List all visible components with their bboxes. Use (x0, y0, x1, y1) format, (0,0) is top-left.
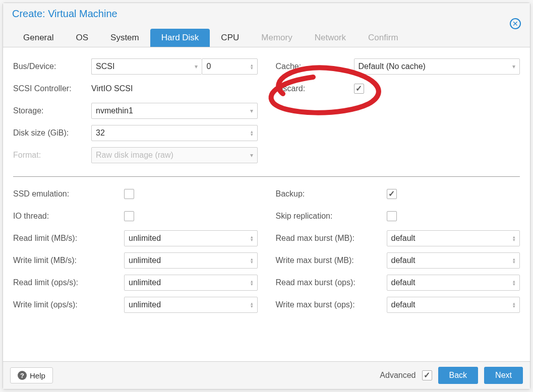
io-thread-checkbox[interactable] (124, 211, 134, 221)
device-value: 0 (206, 62, 211, 71)
tab-network: Network (304, 29, 357, 47)
window-title: Create: Virtual Machine (12, 8, 521, 20)
read-max-burst-ops-value: default (391, 278, 416, 287)
back-button[interactable]: Back (438, 367, 479, 384)
write-limit-mbs-input[interactable]: unlimited ▴▾ (124, 252, 258, 269)
cache-select[interactable]: Default (No cache) ▾ (354, 58, 520, 75)
divider (13, 176, 520, 177)
write-max-burst-mb-label: Write max burst (MB): (276, 256, 387, 265)
cache-row: Cache: Default (No cache) ▾ (276, 58, 520, 75)
backup-checkbox[interactable] (387, 189, 397, 199)
backup-label: Backup: (276, 189, 387, 199)
bottom-right-column: Backup: Skip replication: Read max burst… (276, 186, 520, 319)
chevron-down-icon: ▾ (250, 108, 253, 114)
bus-value: SCSI (96, 62, 114, 71)
read-limit-mbs-input[interactable]: unlimited ▴▾ (124, 230, 258, 246)
storage-select[interactable]: nvmethin1 ▾ (91, 103, 258, 119)
scsi-controller-label: SCSI Controller: (13, 84, 91, 93)
ssd-emulation-label: SSD emulation: (13, 189, 124, 199)
ssd-emulation-row: SSD emulation: (13, 186, 258, 202)
spinner-icon: ▴▾ (513, 302, 515, 308)
spinner-icon: ▴▾ (251, 130, 253, 137)
tab-hard-disk[interactable]: Hard Disk (150, 29, 210, 47)
skip-replication-checkbox[interactable] (387, 211, 397, 221)
cache-label: Cache: (276, 62, 354, 71)
window-footer: ? Help Advanced Back Next (3, 361, 530, 389)
advanced-checkbox[interactable] (422, 370, 432, 380)
format-value: Raw disk image (raw) (96, 151, 173, 160)
write-limit-ops-input[interactable]: unlimited ▴▾ (124, 297, 258, 313)
bus-device-label: Bus/Device: (13, 62, 91, 71)
tab-system[interactable]: System (99, 29, 150, 47)
skip-replication-label: Skip replication: (276, 212, 387, 221)
ssd-emulation-checkbox[interactable] (124, 189, 134, 199)
storage-value: nvmethin1 (96, 106, 133, 115)
tab-general[interactable]: General (12, 29, 65, 47)
read-limit-ops-input[interactable]: unlimited ▴▾ (124, 275, 258, 291)
write-max-burst-mb-value: default (391, 256, 416, 265)
top-section: Bus/Device: SCSI ▾ 0 ▴▾ SCSI Controller: (13, 58, 520, 169)
read-max-burst-ops-input[interactable]: default ▴▾ (387, 275, 520, 291)
read-limit-mbs-label: Read limit (MB/s): (13, 234, 124, 243)
write-limit-ops-row: Write limit (ops/s): unlimited ▴▾ (13, 297, 258, 313)
write-limit-ops-label: Write limit (ops/s): (13, 300, 124, 309)
close-icon: ✕ (512, 20, 518, 28)
disk-size-input[interactable]: 32 ▴▾ (91, 125, 258, 141)
write-max-burst-ops-input[interactable]: default ▴▾ (387, 297, 520, 313)
spinner-icon: ▴▾ (251, 63, 253, 70)
read-limit-mbs-value: unlimited (129, 234, 161, 243)
write-max-burst-ops-row: Write max burst (ops): default ▴▾ (276, 297, 520, 313)
backup-row: Backup: (276, 186, 520, 202)
spinner-icon: ▴▾ (251, 257, 253, 264)
disk-size-label: Disk size (GiB): (13, 128, 91, 138)
spinner-icon: ▴▾ (251, 280, 253, 286)
disk-size-value: 32 (96, 128, 105, 138)
chevron-down-icon: ▾ (195, 63, 198, 70)
read-limit-ops-label: Read limit (ops/s): (13, 278, 124, 287)
spinner-icon: ▴▾ (513, 280, 515, 286)
read-max-burst-mb-value: default (391, 234, 416, 243)
close-button[interactable]: ✕ (510, 18, 521, 29)
top-right-column: Cache: Default (No cache) ▾ Discard: (276, 58, 520, 169)
write-limit-mbs-row: Write limit (MB/s): unlimited ▴▾ (13, 252, 258, 269)
write-limit-mbs-label: Write limit (MB/s): (13, 256, 124, 265)
bottom-left-column: SSD emulation: IO thread: Read limit (MB… (13, 186, 258, 319)
help-button[interactable]: ? Help (10, 367, 53, 383)
next-button[interactable]: Next (484, 367, 523, 384)
spinner-icon: ▴▾ (513, 235, 515, 242)
help-icon: ? (18, 371, 27, 380)
help-label: Help (30, 371, 45, 380)
format-row: Format: Raw disk image (raw) ▾ (13, 147, 258, 163)
bus-device-row: Bus/Device: SCSI ▾ 0 ▴▾ (13, 58, 258, 75)
read-max-burst-mb-input[interactable]: default ▴▾ (387, 230, 520, 246)
read-max-burst-ops-row: Read max burst (ops): default ▴▾ (276, 275, 520, 291)
footer-right: Advanced Back Next (380, 367, 523, 384)
tab-cpu[interactable]: CPU (210, 29, 250, 47)
write-max-burst-mb-input[interactable]: default ▴▾ (387, 252, 520, 269)
tab-bar: GeneralOSSystemHard DiskCPUMemoryNetwork… (12, 29, 521, 47)
chevron-down-icon: ▾ (512, 63, 515, 70)
format-select: Raw disk image (raw) ▾ (91, 147, 258, 163)
write-max-burst-mb-row: Write max burst (MB): default ▴▾ (276, 252, 520, 269)
tab-os[interactable]: OS (65, 29, 99, 47)
create-vm-window: Create: Virtual Machine ✕ GeneralOSSyste… (3, 3, 530, 389)
write-max-burst-ops-label: Write max burst (ops): (276, 300, 387, 309)
bottom-section: SSD emulation: IO thread: Read limit (MB… (13, 186, 520, 319)
window-body: Bus/Device: SCSI ▾ 0 ▴▾ SCSI Controller: (3, 47, 530, 361)
tab-memory: Memory (250, 29, 303, 47)
io-thread-label: IO thread: (13, 212, 124, 221)
spinner-icon: ▴▾ (513, 257, 515, 264)
window-header: Create: Virtual Machine ✕ GeneralOSSyste… (3, 3, 530, 47)
read-max-burst-mb-label: Read max burst (MB): (276, 234, 387, 243)
discard-checkbox[interactable] (354, 84, 364, 94)
read-max-burst-mb-row: Read max burst (MB): default ▴▾ (276, 230, 520, 246)
storage-label: Storage: (13, 106, 91, 115)
read-limit-mbs-row: Read limit (MB/s): unlimited ▴▾ (13, 230, 258, 246)
write-max-burst-ops-value: default (391, 300, 416, 309)
io-thread-row: IO thread: (13, 208, 258, 224)
bus-select[interactable]: SCSI ▾ (91, 58, 202, 75)
read-max-burst-ops-label: Read max burst (ops): (276, 278, 387, 287)
discard-label: Discard: (276, 84, 354, 93)
disk-size-row: Disk size (GiB): 32 ▴▾ (13, 125, 258, 141)
device-number-input[interactable]: 0 ▴▾ (202, 58, 257, 75)
